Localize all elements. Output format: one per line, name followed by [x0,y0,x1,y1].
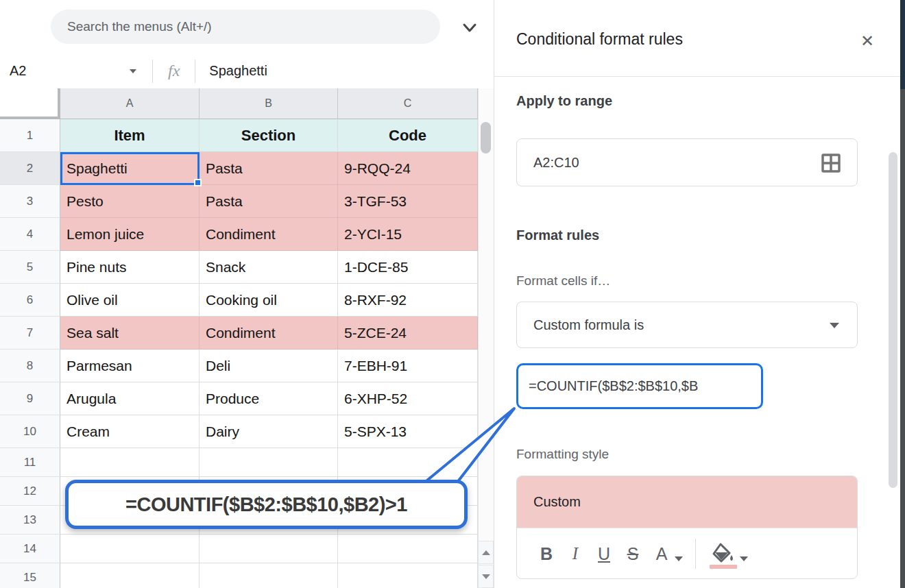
column-header-A[interactable]: A [60,88,200,119]
row-header-9[interactable]: 9 [0,382,60,415]
row-header-15[interactable]: 15 [0,563,60,588]
cell-C4[interactable]: 2-YCI-15 [338,218,478,251]
cell-B2[interactable]: Pasta [200,152,338,185]
style-toolbar: B I U S A [517,528,857,579]
fill-handle[interactable] [194,179,202,186]
grid-row-2: 2SpaghettiPasta9-RQQ-24 [0,152,478,185]
fill-color-button[interactable] [708,537,748,570]
cell-C1[interactable]: Code [338,119,478,152]
cell-B3[interactable]: Pasta [200,185,338,218]
cell-C5[interactable]: 1-DCE-85 [338,251,478,284]
fill-color-swatch [710,565,737,569]
formula-bar: A2 fx Spaghetti [0,53,494,89]
grid-scrollbar-thumb[interactable] [481,122,491,154]
underline-button[interactable]: U [592,539,616,569]
cell-B1[interactable]: Section [200,119,338,152]
cell-C11[interactable] [338,448,478,477]
cell-C6[interactable]: 8-RXF-92 [338,284,478,317]
style-preview: Custom [517,476,857,528]
italic-button[interactable]: I [564,539,587,569]
row-header-2[interactable]: 2 [0,152,60,185]
cell-B8[interactable]: Deli [200,350,338,382]
cell-A11[interactable] [60,448,200,477]
cell-C15[interactable] [338,563,478,588]
cell-A5[interactable]: Pine nuts [60,251,200,284]
select-range-icon[interactable] [820,152,842,177]
cell-C9[interactable]: 6-XHP-52 [338,382,478,415]
panel-scrollbar-thumb[interactable] [889,152,897,488]
row-header-12[interactable]: 12 [0,477,60,506]
name-box-dropdown-icon[interactable] [130,69,136,73]
column-header-C[interactable]: C [338,88,478,119]
bold-button[interactable]: B [535,539,558,569]
cell-C2[interactable]: 9-RQQ-24 [338,152,478,185]
cell-A15[interactable] [60,563,200,588]
triangle-down-icon [482,574,490,579]
cell-C3[interactable]: 3-TGF-53 [338,185,478,218]
strikethrough-button[interactable]: S [621,539,644,569]
scroll-up-button[interactable] [478,541,494,564]
cell-C10[interactable]: 5-SPX-13 [338,415,478,448]
cell-A9[interactable]: Arugula [60,382,200,415]
cell-A10[interactable]: Cream [60,415,200,448]
condition-dropdown[interactable]: Custom formula is [516,302,858,348]
apply-to-range-field[interactable]: A2:C10 [516,138,858,186]
scroll-down-button[interactable] [478,565,494,588]
apply-to-range-value: A2:C10 [517,155,579,171]
cell-A4[interactable]: Lemon juice [60,218,200,251]
cell-C8[interactable]: 7-EBH-91 [338,350,478,382]
cell-B6[interactable]: Cooking oil [200,284,338,317]
cell-A3[interactable]: Pesto [60,185,200,218]
dropdown-arrow-icon [830,323,839,328]
cell-A14[interactable] [60,535,200,563]
format-cells-if-label: Format cells if… [516,273,610,289]
cell-A6[interactable]: Olive oil [60,284,200,317]
cell-A1[interactable]: Item [60,119,200,152]
row-header-1[interactable]: 1 [0,119,60,152]
chevron-down-icon[interactable] [459,21,480,36]
row-header-14[interactable]: 14 [0,535,60,563]
row-header-13[interactable]: 13 [0,506,60,535]
grid-row-4: 4Lemon juiceCondiment2-YCI-15 [0,218,478,251]
text-color-button[interactable]: A [650,539,683,569]
grid-scrollbar-track[interactable] [478,88,494,588]
cell-B15[interactable] [200,563,338,588]
select-all-corner[interactable] [0,88,60,119]
cell-A2[interactable]: Spaghetti [60,152,200,185]
row-header-10[interactable]: 10 [0,415,60,448]
cell-A7[interactable]: Sea salt [60,317,200,350]
formula-bar-content[interactable]: Spaghetti [195,63,267,79]
row-header-3[interactable]: 3 [0,185,60,218]
cell-B5[interactable]: Snack [200,251,338,284]
grid-row-14: 14 [0,535,478,563]
row-header-11[interactable]: 11 [0,448,60,477]
cell-A8[interactable]: Parmesan [60,350,200,382]
cell-C7[interactable]: 5-ZCE-24 [338,317,478,350]
callout-formula-text: =COUNTIF($B$2:$B$10,$B2)>1 [125,493,407,516]
row-header-4[interactable]: 4 [0,218,60,251]
grid-row-11: 11 [0,448,478,477]
menu-search-input[interactable]: Search the menus (Alt+/) [51,10,440,44]
text-color-label: A [650,539,673,569]
cell-B11[interactable] [200,448,338,477]
cell-B4[interactable]: Condiment [200,218,338,251]
cell-B9[interactable]: Produce [200,382,338,415]
custom-formula-input[interactable]: =COUNTIF($B$2:$B$10,$B [516,363,763,409]
cell-B7[interactable]: Condiment [200,317,338,350]
close-icon[interactable]: ✕ [856,30,878,52]
cell-C14[interactable] [338,535,478,563]
row-header-8[interactable]: 8 [0,350,60,382]
name-box[interactable]: A2 [0,63,152,79]
row-header-6[interactable]: 6 [0,284,60,317]
menu-search-placeholder: Search the menus (Alt+/) [67,19,212,34]
fx-icon: fx [153,62,195,80]
grid-row-10: 10CreamDairy5-SPX-13 [0,415,478,448]
panel-title: Conditional format rules [516,30,683,49]
column-header-B[interactable]: B [200,88,338,119]
cell-B14[interactable] [200,535,338,563]
style-preview-text: Custom [533,494,581,510]
custom-formula-value: =COUNTIF($B$2:$B$10,$B [518,378,698,394]
row-header-7[interactable]: 7 [0,317,60,350]
cell-B10[interactable]: Dairy [200,415,338,448]
row-header-5[interactable]: 5 [0,251,60,284]
